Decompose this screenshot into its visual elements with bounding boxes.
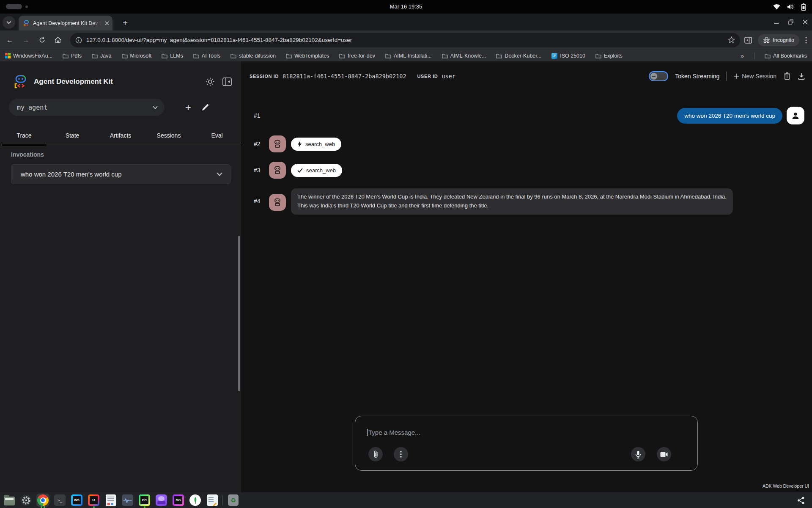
event-index[interactable]: #3: [254, 167, 265, 174]
collapse-panel-icon[interactable]: [222, 77, 232, 86]
clock[interactable]: Mar 16 19:35: [0, 0, 812, 14]
taskbar-intellij-icon[interactable]: IJ: [87, 494, 100, 507]
folder-icon: [193, 53, 199, 58]
share-icon[interactable]: [797, 496, 805, 505]
more-options-button[interactable]: [394, 447, 408, 461]
taskbar-files-icon[interactable]: [3, 494, 16, 507]
folder-icon: [765, 53, 771, 58]
close-window-button[interactable]: [803, 19, 808, 25]
agent-avatar: [269, 162, 286, 179]
bookmark-item[interactable]: AIML-Installati...: [385, 53, 432, 59]
reload-icon: [39, 37, 45, 43]
side-panel-icon[interactable]: [744, 37, 752, 44]
chevron-down-icon: [153, 106, 158, 109]
tab-sessions[interactable]: Sessions: [145, 127, 193, 145]
function-response-chip[interactable]: search_web: [291, 164, 342, 177]
bookmark-item[interactable]: Docker-Kuber...: [496, 53, 541, 59]
bookmark-item[interactable]: stable-difussion: [230, 53, 276, 59]
token-streaming-toggle[interactable]: [649, 71, 668, 81]
url-bar[interactable]: 127.0.0.1:8000/dev-ui/?app=my_agent&sess…: [70, 33, 740, 47]
new-session-button[interactable]: New Session: [733, 73, 776, 80]
volume-icon: [787, 4, 794, 10]
folder-icon: [122, 53, 128, 58]
bookmark-item[interactable]: Pdfs: [63, 53, 82, 59]
bookmark-item[interactable]: ZISO 25010: [551, 53, 585, 59]
bookmark-star-icon[interactable]: [728, 36, 735, 44]
taskbar-system-monitor-icon[interactable]: [121, 494, 134, 507]
home-button[interactable]: [52, 34, 64, 47]
bookmark-item[interactable]: free-for-dev: [339, 53, 375, 59]
function-call-chip[interactable]: search_web: [291, 138, 341, 151]
bookmark-item[interactable]: AI Tools: [193, 53, 220, 59]
browser-tab-adk[interactable]: Agent Development Kit Dev UI: [19, 16, 112, 30]
minimize-button[interactable]: [774, 19, 779, 25]
taskbar-webstorm-icon[interactable]: WS: [70, 494, 83, 507]
delete-session-icon[interactable]: [783, 72, 791, 80]
event-index[interactable]: #4: [254, 198, 265, 204]
back-button[interactable]: ←: [3, 34, 16, 47]
tab-trace[interactable]: Trace: [0, 127, 48, 145]
tab-close-icon[interactable]: [105, 21, 109, 25]
message-input-placeholder[interactable]: Type a Message...: [367, 429, 420, 436]
taskbar-pycharm-icon[interactable]: PC: [138, 494, 151, 507]
message-input-box[interactable]: Type a Message...: [355, 416, 698, 471]
new-agent-button[interactable]: +: [180, 99, 197, 116]
taskbar-notes-icon[interactable]: [206, 494, 219, 507]
tab-state[interactable]: State: [48, 127, 96, 145]
mic-button[interactable]: [631, 447, 645, 461]
bookmark-item[interactable]: WindowsFixAu...: [5, 53, 52, 59]
system-tray[interactable]: [773, 0, 806, 14]
reload-button[interactable]: [36, 34, 48, 47]
system-top-bar: Mar 16 19:35: [0, 0, 812, 14]
tab-eval[interactable]: Eval: [193, 127, 241, 145]
bookmark-item[interactable]: Java: [92, 53, 111, 59]
kebab-icon: [400, 451, 402, 458]
folder-icon: [162, 53, 167, 58]
taskbar-settings-icon[interactable]: [19, 494, 33, 507]
taskbar-trash-icon[interactable]: ♻: [227, 494, 240, 507]
mic-icon: [635, 450, 641, 458]
event-index[interactable]: #2: [254, 141, 265, 147]
message-row: #1 who won 2026 T20 men's world cup: [254, 105, 804, 126]
attach-file-button[interactable]: [368, 447, 383, 461]
restore-button[interactable]: [788, 19, 793, 25]
download-session-icon[interactable]: [798, 72, 805, 80]
robot-icon: [273, 166, 282, 175]
plus-icon: [733, 73, 739, 79]
site-info-icon[interactable]: [75, 37, 82, 44]
bookmark-item[interactable]: Microsoft: [122, 53, 152, 59]
taskbar-documents-icon[interactable]: [104, 494, 117, 507]
all-bookmarks-button[interactable]: All Bookmarks: [765, 53, 807, 59]
folder-icon: [286, 53, 292, 58]
bookmarks-overflow-button[interactable]: »: [741, 52, 744, 59]
bookmark-item[interactable]: WebTemplates: [286, 53, 329, 59]
adk-logo: [13, 74, 28, 89]
theme-toggle-sun-icon[interactable]: [206, 77, 215, 86]
bookmark-item[interactable]: Exploits: [595, 53, 623, 59]
new-tab-button[interactable]: +: [119, 17, 131, 29]
home-icon: [55, 37, 61, 43]
incognito-badge: Incognito: [758, 34, 799, 46]
invocation-select[interactable]: who won 2026 T20 men's world cup: [11, 164, 230, 184]
browser-tabstrip: Agent Development Kit Dev UI +: [0, 14, 812, 30]
agent-select[interactable]: my_agent: [9, 99, 165, 116]
taskbar-purple-app-icon[interactable]: [155, 494, 168, 507]
taskbar-datagrip-icon[interactable]: DG: [172, 494, 185, 507]
tab-artifacts[interactable]: Artifacts: [96, 127, 145, 145]
bookmark-item[interactable]: AIML-Knowle...: [442, 53, 486, 59]
event-index[interactable]: #1: [254, 112, 265, 119]
taskbar-mongodb-icon[interactable]: [189, 494, 202, 507]
bookmark-item[interactable]: LLMs: [162, 53, 183, 59]
tab-search-button[interactable]: [3, 16, 15, 29]
folder-icon: [63, 53, 69, 58]
taskbar-terminal-icon[interactable]: >_: [53, 494, 66, 507]
edit-agent-button[interactable]: [197, 99, 214, 116]
video-button[interactable]: [657, 447, 671, 461]
forward-button[interactable]: →: [19, 34, 32, 47]
browser-menu-icon[interactable]: [805, 37, 807, 44]
incognito-icon: [763, 37, 770, 43]
taskbar-chrome-icon[interactable]: [36, 494, 49, 507]
sidebar-scrollbar[interactable]: [238, 236, 240, 391]
person-icon: [791, 111, 800, 120]
folder-icon: [385, 53, 391, 58]
